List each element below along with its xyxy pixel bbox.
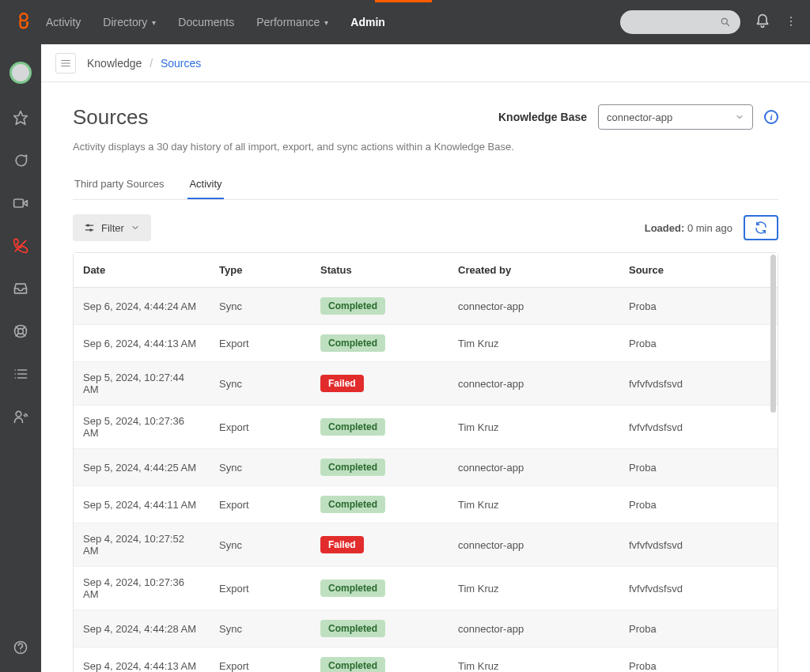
info-icon[interactable]: i — [764, 110, 778, 124]
notifications-icon[interactable] — [755, 13, 770, 32]
cell-created-by: Tim Kruz — [449, 406, 619, 449]
table-row[interactable]: Sep 6, 2024, 4:44:13 AMExportCompletedTi… — [74, 325, 778, 362]
svg-line-10 — [15, 240, 25, 251]
svg-point-2 — [721, 18, 727, 24]
topbar-accent-indicator — [375, 0, 432, 2]
topnav-item-performance[interactable]: Performance▾ — [256, 16, 328, 28]
status-badge: Completed — [320, 418, 385, 436]
column-header-type[interactable]: Type — [210, 253, 311, 288]
cell-created-by: connector-app — [449, 449, 619, 486]
star-icon[interactable] — [12, 109, 29, 126]
video-icon[interactable] — [12, 194, 29, 212]
refresh-icon — [754, 221, 768, 235]
breadcrumb-separator: / — [150, 57, 153, 70]
app-logo-icon[interactable] — [13, 11, 35, 33]
filter-label: Filter — [101, 222, 124, 234]
table-row[interactable]: Sep 4, 2024, 4:44:28 AMSyncCompletedconn… — [74, 610, 778, 647]
toggle-sidebar-button[interactable] — [55, 53, 76, 74]
filter-button[interactable]: Filter — [73, 214, 151, 241]
page-title: Sources — [73, 105, 148, 130]
help-icon[interactable] — [12, 639, 29, 656]
svg-marker-7 — [14, 111, 28, 125]
svg-point-21 — [15, 373, 17, 375]
svg-line-16 — [23, 334, 25, 336]
cell-date: Sep 6, 2024, 4:44:24 AM — [74, 288, 210, 325]
cell-date: Sep 4, 2024, 10:27:36 AM — [74, 567, 210, 610]
cell-created-by: connector-app — [449, 362, 619, 406]
kb-select[interactable]: connector-app — [598, 104, 753, 130]
cell-date: Sep 4, 2024, 4:44:13 AM — [74, 647, 210, 673]
search-input[interactable] — [620, 10, 740, 34]
svg-point-23 — [16, 411, 21, 417]
users-icon[interactable] — [12, 408, 29, 425]
lifebuoy-icon[interactable] — [12, 323, 29, 340]
topnav-item-documents[interactable]: Documents — [178, 16, 234, 28]
topnav-item-admin[interactable]: Admin — [350, 16, 385, 28]
topnav-item-activity[interactable]: Activity — [46, 16, 81, 28]
table-row[interactable]: Sep 5, 2024, 4:44:25 AMSyncCompletedconn… — [74, 449, 778, 486]
cell-date: Sep 4, 2024, 4:44:28 AM — [74, 610, 210, 647]
table-row[interactable]: Sep 6, 2024, 4:44:24 AMSyncCompletedconn… — [74, 288, 778, 325]
breadcrumb-current[interactable]: Sources — [161, 57, 201, 70]
chevron-down-icon: ▾ — [152, 18, 156, 27]
cell-type: Sync — [210, 610, 311, 647]
column-header-created-by[interactable]: Created by — [449, 253, 619, 288]
table-row[interactable]: Sep 5, 2024, 10:27:36 AMExportCompletedT… — [74, 406, 778, 449]
table-row[interactable]: Sep 4, 2024, 10:27:36 AMExportCompletedT… — [74, 567, 778, 610]
svg-line-15 — [16, 334, 18, 336]
cell-type: Export — [210, 406, 311, 449]
phone-icon[interactable] — [12, 237, 29, 255]
cell-source: Proba — [619, 288, 778, 325]
cell-source: Proba — [619, 325, 778, 362]
svg-point-20 — [15, 369, 17, 371]
cell-date: Sep 6, 2024, 4:44:13 AM — [74, 325, 210, 362]
svg-point-4 — [790, 17, 792, 18]
svg-point-5 — [790, 21, 792, 22]
table-row[interactable]: Sep 4, 2024, 4:44:13 AMExportCompletedTi… — [74, 647, 778, 673]
cell-source: fvfvfvdsfsvd — [619, 567, 778, 610]
cell-source: fvfvfvdsfsvd — [619, 523, 778, 567]
activity-table: DateTypeStatusCreated bySource Sep 6, 20… — [73, 252, 778, 672]
cell-source: fvfvfvdsfsvd — [619, 406, 778, 449]
cell-type: Export — [210, 486, 311, 523]
cell-created-by: connector-app — [449, 610, 619, 647]
tab-third-party-sources[interactable]: Third party Sources — [73, 170, 165, 199]
column-header-date[interactable]: Date — [74, 253, 210, 288]
column-header-status[interactable]: Status — [311, 253, 449, 288]
column-header-source[interactable]: Source — [619, 253, 778, 288]
filter-icon — [84, 222, 95, 233]
inbox-icon[interactable] — [12, 280, 29, 297]
cell-date: Sep 5, 2024, 4:44:11 AM — [74, 486, 210, 523]
table-row[interactable]: Sep 5, 2024, 10:27:44 AMSyncFailedconnec… — [74, 362, 778, 406]
chevron-down-icon: ▾ — [324, 18, 328, 27]
list-icon[interactable] — [12, 365, 29, 383]
topnav-item-directory[interactable]: Directory▾ — [103, 16, 156, 28]
breadcrumb-root[interactable]: Knowledge — [87, 57, 142, 70]
breadcrumb: Knowledge / Sources — [87, 57, 201, 70]
cell-date: Sep 5, 2024, 10:27:44 AM — [74, 362, 210, 406]
cell-created-by: Tim Kruz — [449, 647, 619, 673]
top-navigation: ActivityDirectory▾DocumentsPerformance▾A… — [46, 16, 385, 28]
avatar[interactable] — [9, 62, 32, 84]
cell-type: Export — [210, 647, 311, 673]
status-badge: Completed — [320, 496, 385, 513]
scrollbar-thumb[interactable] — [770, 255, 776, 413]
cell-created-by: connector-app — [449, 523, 619, 567]
cell-date: Sep 5, 2024, 10:27:36 AM — [74, 406, 210, 449]
status-badge: Completed — [320, 580, 385, 597]
table-row[interactable]: Sep 5, 2024, 4:44:11 AMExportCompletedTi… — [74, 486, 778, 523]
more-menu-icon[interactable] — [785, 14, 797, 31]
chat-icon[interactable] — [12, 152, 29, 169]
chevron-down-icon — [131, 223, 140, 232]
cell-date: Sep 4, 2024, 10:27:52 AM — [74, 523, 210, 567]
cell-created-by: Tim Kruz — [449, 567, 619, 610]
cell-source: Proba — [619, 486, 778, 523]
table-row[interactable]: Sep 4, 2024, 10:27:52 AMSyncFailedconnec… — [74, 523, 778, 567]
cell-source: Proba — [619, 449, 778, 486]
cell-type: Export — [210, 325, 311, 362]
status-badge: Completed — [320, 620, 385, 637]
refresh-button[interactable] — [744, 215, 778, 240]
cell-type: Sync — [210, 362, 311, 406]
tab-activity[interactable]: Activity — [187, 170, 223, 199]
kb-label: Knowledge Base — [498, 111, 587, 123]
